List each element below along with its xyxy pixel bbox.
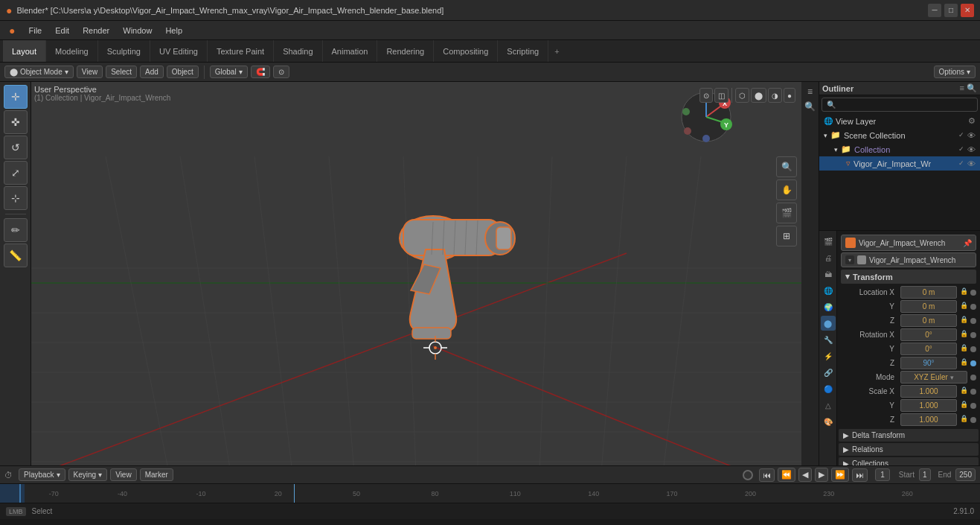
measure-tool-button[interactable]: 📏 [4,244,28,267]
next-keyframe-button[interactable]: ⏩ [831,468,849,482]
prop-tab-data[interactable]: △ [821,398,836,413]
scale-x-dot[interactable] [970,389,976,395]
timeline-strip[interactable]: -70 -40 -10 20 50 80 110 140 170 200 230… [0,484,980,503]
prop-tab-output[interactable]: 🖨 [821,250,836,265]
tab-compositing[interactable]: Compositing [434,40,498,62]
outliner-search-toggle[interactable]: 🔍 [967,83,977,93]
keyframe-dot[interactable] [743,470,753,480]
rotation-y-lock-icon[interactable]: 🔒 [958,344,969,354]
rotation-x-lock-icon[interactable]: 🔒 [958,330,969,340]
prop-tab-render[interactable]: 🎬 [821,234,836,249]
rotation-z-value[interactable]: 90° [900,357,957,369]
scale-z-dot[interactable] [970,417,976,423]
scene-collection-item[interactable]: ▾ 📁 Scene Collection ✓ 👁 [819,128,980,142]
tab-scripting[interactable]: Scripting [498,40,548,62]
scale-x-value[interactable]: 1.000 [900,385,957,398]
scale-y-dot[interactable] [970,403,976,409]
rotate-tool-button[interactable]: ↺ [4,136,28,159]
object-eye-icon[interactable]: 👁 [967,159,976,168]
tab-animation[interactable]: Animation [323,40,378,62]
prop-tab-view-layer[interactable]: 🏔 [821,267,836,281]
location-x-lock-icon[interactable]: 🔒 [958,287,969,298]
camera-view-button[interactable]: 🎬 [776,203,797,223]
mesh-data-field[interactable]: ▾ Vigor_Air_Impact_Wrench [841,252,976,267]
snap-button[interactable]: 🧲 [251,66,270,78]
outliner-filter-icon[interactable]: ≡ [806,85,814,98]
delta-transform-section[interactable]: ▶ Delta Transform [839,429,979,442]
location-x-value[interactable]: 0 m [900,286,957,299]
tab-shading[interactable]: Shading [274,40,322,62]
transform-orientation-dropdown[interactable]: Global ▾ [210,66,248,78]
overlay-button[interactable]: ⊙ [699,88,713,103]
relations-section[interactable]: ▶ Relations [839,443,979,456]
transform-tool-button[interactable]: ⊹ [4,186,28,210]
select-menu-button[interactable]: Select [106,66,137,78]
location-y-value[interactable]: 0 m [900,300,957,313]
mode-dot[interactable] [970,375,976,381]
location-z-value[interactable]: 0 m [900,314,957,327]
rotation-mode-value[interactable]: XYZ Euler ▾ [900,371,967,384]
scale-z-lock-icon[interactable]: 🔒 [958,415,969,425]
ortho-view-button[interactable]: ⊞ [776,226,797,246]
xray-button[interactable]: ◫ [714,88,728,103]
rotation-x-dot[interactable] [970,332,976,338]
prop-tab-particles[interactable]: ⚡ [821,349,836,363]
view-layer-item[interactable]: 🌐 View Layer ⚙ [819,114,980,128]
scale-y-lock-icon[interactable]: 🔒 [958,401,969,411]
location-z-lock-icon[interactable]: 🔒 [958,316,969,326]
pin-icon[interactable]: 📌 [963,239,972,247]
location-x-dot[interactable] [970,290,976,296]
location-y-lock-icon[interactable]: 🔒 [958,302,969,312]
menu-blender[interactable]: ● [3,23,21,38]
object-name-field[interactable]: Vigor_Air_Impact_Wrench 📌 [841,235,976,251]
collection-item[interactable]: ▾ 📁 Collection ✓ 👁 [819,142,980,156]
object-mode-dropdown[interactable]: ⬤ Object Mode ▾ [4,66,74,78]
collection-check-icon[interactable]: ✓ [958,145,964,154]
scale-z-value[interactable]: 1.000 [900,413,957,426]
scale-x-lock-icon[interactable]: 🔒 [958,386,969,397]
solid-shading-button[interactable]: ⬤ [751,88,766,103]
render-shading-button[interactable]: ● [784,88,795,103]
rotation-x-value[interactable]: 0° [900,328,957,341]
rotation-z-dot[interactable] [970,360,976,366]
prop-tab-modifier[interactable]: 🔧 [821,332,836,347]
prop-tab-material[interactable]: 🎨 [821,414,836,429]
object-item[interactable]: ▿ Vigor_Air_Impact_Wr ✓ 👁 [819,156,980,171]
object-menu-button[interactable]: Object [167,66,199,78]
tab-layout[interactable]: Layout [3,40,46,62]
view-menu-button[interactable]: View [77,66,103,78]
close-button[interactable]: ✕ [961,4,974,17]
transform-section-header[interactable]: ▾ Transform [841,270,976,284]
prop-tab-constraints[interactable]: 🔵 [821,381,836,396]
menu-window[interactable]: Window [117,25,158,36]
wireframe-shading-button[interactable]: ⬡ [735,88,749,103]
rotation-y-dot[interactable] [970,346,976,352]
maximize-button[interactable]: □ [944,4,958,17]
hand-tool-button[interactable]: ✋ [776,179,797,200]
play-reverse-button[interactable]: ◀ [798,468,812,482]
scene-collection-eye-icon[interactable]: 👁 [967,131,976,140]
collections-section[interactable]: ▶ Collections [839,457,979,465]
viewport[interactable]: User Perspective (1) Collection | Vigor_… [31,82,801,465]
jump-to-start-button[interactable]: ⏮ [759,468,775,482]
annotate-tool-button[interactable]: ✏ [4,218,28,242]
prop-tab-physics[interactable]: 🔗 [821,365,836,380]
minimize-button[interactable]: ─ [928,4,941,17]
playback-dropdown[interactable]: Playback ▾ [19,468,65,481]
keying-dropdown[interactable]: Keying ▾ [68,468,108,481]
prop-tab-object[interactable]: ⬤ [821,316,836,331]
add-workspace-button[interactable]: + [548,40,565,62]
add-menu-button[interactable]: Add [140,66,164,78]
tab-modeling[interactable]: Modeling [46,40,98,62]
outliner-search-input[interactable] [822,98,978,112]
menu-edit[interactable]: Edit [49,25,75,36]
current-frame-display[interactable]: 1 [875,468,890,481]
object-check-icon[interactable]: ✓ [958,159,964,168]
rotation-y-value[interactable]: 0° [900,343,957,355]
outliner-filter-toggle[interactable]: ≡ [960,83,964,93]
material-shading-button[interactable]: ◑ [768,88,782,103]
scale-y-value[interactable]: 1.000 [900,399,957,412]
play-button[interactable]: ▶ [815,468,828,482]
tab-sculpting[interactable]: Sculpting [98,40,150,62]
scale-tool-button[interactable]: ⤢ [4,161,28,185]
